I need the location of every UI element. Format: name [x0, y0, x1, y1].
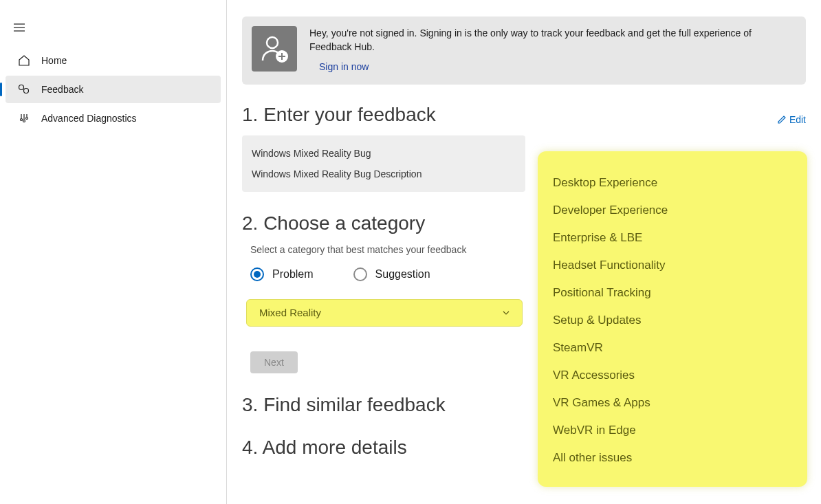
option-item[interactable]: Enterprise & LBE [553, 224, 792, 252]
main-content: Hey, you're not signed in. Signing in is… [227, 0, 821, 504]
next-button[interactable]: Next [250, 351, 298, 373]
svg-point-8 [267, 37, 278, 48]
sidebar-item-label: Home [41, 55, 67, 66]
option-item[interactable]: Developer Experience [553, 197, 792, 224]
summary-desc: Windows Mixed Reality Bug Description [252, 168, 516, 179]
option-item[interactable]: Positional Tracking [553, 279, 792, 307]
signin-banner: Hey, you're not signed in. Signing in is… [242, 17, 806, 85]
feedback-icon [18, 83, 30, 96]
svg-point-4 [24, 89, 29, 94]
chevron-down-icon [503, 311, 510, 315]
option-item[interactable]: All other issues [553, 444, 792, 472]
option-item[interactable]: VR Games & Apps [553, 389, 792, 417]
summary-title: Windows Mixed Reality Bug [252, 148, 516, 159]
svg-point-6 [23, 120, 25, 122]
option-item[interactable]: Headset Functionality [553, 252, 792, 279]
hamburger-icon [14, 23, 25, 32]
svg-point-7 [26, 118, 28, 120]
edit-label: Edit [789, 114, 806, 125]
radio-suggestion[interactable]: Suggestion [353, 267, 430, 281]
radio-suggestion-label: Suggestion [375, 268, 430, 281]
home-icon [18, 54, 30, 67]
option-item[interactable]: Setup & Updates [553, 307, 792, 334]
option-item[interactable]: WebVR in Edge [553, 417, 792, 444]
sidebar-item-home[interactable]: Home [6, 47, 221, 74]
step1-title: 1. Enter your feedback [242, 104, 436, 126]
sidebar-item-label: Advanced Diagnostics [41, 113, 137, 124]
sidebar: Home Feedback Advanced Diagnostics [0, 0, 227, 504]
feedback-summary: Windows Mixed Reality Bug Windows Mixed … [242, 135, 525, 192]
option-item[interactable]: SteamVR [553, 334, 792, 362]
sidebar-item-label: Feedback [41, 84, 83, 95]
hamburger-button[interactable] [6, 15, 33, 40]
sidebar-item-feedback[interactable]: Feedback [6, 76, 221, 103]
radio-checked-icon [250, 267, 264, 281]
user-add-icon [252, 26, 297, 72]
radio-problem[interactable]: Problem [250, 267, 314, 281]
radio-problem-label: Problem [272, 268, 314, 281]
option-item[interactable]: VR Accessories [553, 362, 792, 389]
pencil-icon [777, 115, 787, 124]
dropdown-value: Mixed Reality [259, 307, 321, 318]
svg-point-5 [21, 119, 23, 121]
signin-link[interactable]: Sign in now [319, 60, 369, 74]
category-options-panel: Desktop Experience Developer Experience … [538, 151, 807, 487]
edit-link[interactable]: Edit [777, 114, 806, 125]
radio-unchecked-icon [353, 267, 367, 281]
banner-message: Hey, you're not signed in. Signing in is… [309, 28, 752, 52]
sidebar-item-diagnostics[interactable]: Advanced Diagnostics [6, 105, 221, 132]
option-item[interactable]: Desktop Experience [553, 169, 792, 197]
category-dropdown[interactable]: Mixed Reality [246, 299, 523, 327]
diagnostics-icon [18, 112, 30, 124]
svg-point-3 [19, 85, 24, 90]
